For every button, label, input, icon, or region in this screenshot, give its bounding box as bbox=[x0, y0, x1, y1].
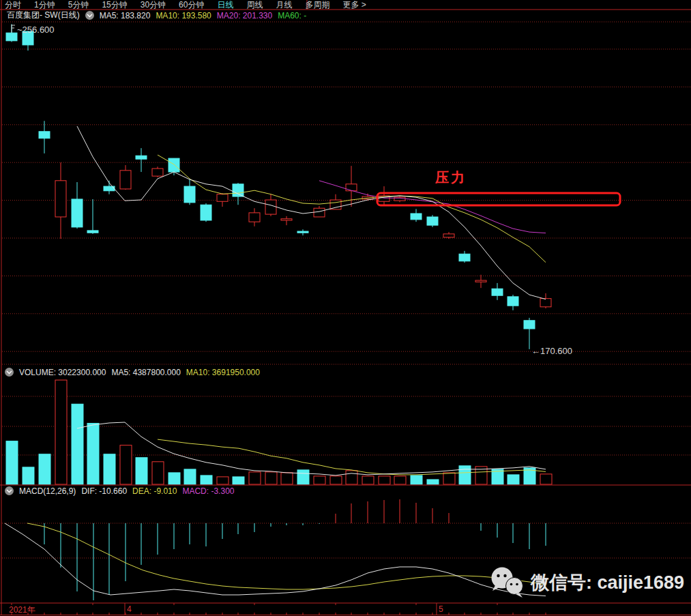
candle-17 bbox=[281, 216, 292, 225]
volume-bar-12 bbox=[201, 475, 212, 484]
watermark-text: 微信号: caijie1689 bbox=[531, 570, 684, 595]
pressure-annotation-rect bbox=[377, 193, 620, 205]
candle-32 bbox=[524, 318, 535, 349]
volume-bar-21 bbox=[346, 471, 357, 484]
menu-item-8[interactable]: 月线 bbox=[276, 0, 292, 11]
wechat-icon bbox=[488, 566, 527, 600]
timeframe-menubar: 分时1分钟5分钟15分钟30分钟60分钟日线周线月线多周期更多 > bbox=[5, 0, 366, 10]
volume-bar-33 bbox=[540, 474, 552, 484]
volume-bar-1 bbox=[23, 467, 34, 484]
volume-bar-26 bbox=[427, 480, 439, 484]
volume-bar-14 bbox=[233, 477, 244, 484]
chart-canvas[interactable] bbox=[0, 0, 691, 616]
collapse-chevron-icon[interactable] bbox=[85, 11, 94, 20]
volume-bar-20 bbox=[330, 476, 342, 484]
candle-28 bbox=[459, 251, 470, 263]
collapse-chevron-icon[interactable] bbox=[5, 486, 14, 495]
low-price-label: ←170.600 bbox=[531, 346, 572, 356]
menu-item-5[interactable]: 60分钟 bbox=[179, 0, 204, 11]
candle-7 bbox=[120, 165, 131, 190]
volume-bar-19 bbox=[314, 476, 325, 484]
candle-8 bbox=[136, 148, 147, 172]
candle-26 bbox=[427, 215, 438, 227]
volume-bar-17 bbox=[281, 473, 293, 484]
ma5-value: MA5: 183.820 bbox=[100, 11, 151, 20]
volume-bar-7 bbox=[120, 445, 132, 484]
candle-10 bbox=[168, 158, 179, 175]
menu-item-10[interactable]: 更多 > bbox=[342, 0, 366, 11]
menu-item-4[interactable]: 30分钟 bbox=[141, 0, 166, 11]
collapse-chevron-icon[interactable] bbox=[5, 368, 14, 377]
volume-bar-28 bbox=[459, 466, 471, 484]
candle-15 bbox=[249, 208, 260, 226]
volume-bar-25 bbox=[411, 475, 422, 484]
ma5-line bbox=[77, 126, 546, 299]
menu-item-6[interactable]: 日线 bbox=[217, 0, 233, 11]
volume-ma10-value: MA10: 3691950.000 bbox=[186, 368, 260, 377]
dif-value: DIF: -10.660 bbox=[81, 486, 127, 496]
volume-bar-24 bbox=[394, 476, 406, 484]
menu-item-9[interactable]: 多周期 bbox=[305, 0, 329, 11]
ma60-value: MA60: - bbox=[278, 11, 306, 20]
x-axis-label-2: 5 bbox=[439, 604, 443, 614]
watermark: 微信号: caijie1689 bbox=[488, 566, 684, 600]
x-axis-label-1: 4 bbox=[127, 604, 132, 614]
volume-bar-18 bbox=[297, 470, 309, 484]
stock-chart-window: 分时1分钟5分钟15分钟30分钟60分钟日线周线月线多周期更多 > 百度集团- … bbox=[0, 0, 691, 616]
volume-ma10-line bbox=[158, 439, 546, 475]
volume-bar-10 bbox=[168, 473, 180, 484]
high-flag-icon bbox=[12, 25, 15, 33]
volume-bar-6 bbox=[104, 454, 115, 484]
volume-bar-31 bbox=[508, 475, 519, 484]
candle-5 bbox=[87, 199, 98, 234]
volume-bar-8 bbox=[136, 458, 147, 484]
candle-9 bbox=[152, 166, 163, 177]
candle-24 bbox=[394, 196, 405, 202]
x-axis-label-0: 2021年 bbox=[9, 604, 35, 616]
candle-4 bbox=[72, 182, 83, 229]
volume-bar-4 bbox=[72, 404, 83, 484]
volume-indicator-row: VOLUME: 3022300.000 MA5: 4387800.000 MA1… bbox=[5, 367, 260, 377]
macd-indicator-row: MACD(12,26,9) DIF: -10.660 DEA: -9.010 M… bbox=[5, 486, 234, 496]
candle-3 bbox=[55, 162, 66, 239]
candle-2 bbox=[39, 121, 50, 153]
volume-bar-9 bbox=[152, 462, 164, 484]
menu-item-3[interactable]: 15分钟 bbox=[102, 0, 127, 11]
candle-12 bbox=[201, 203, 211, 222]
candle-33 bbox=[540, 293, 551, 308]
volume-bar-15 bbox=[249, 472, 261, 484]
volume-bar-13 bbox=[217, 477, 229, 484]
volume-bar-27 bbox=[443, 473, 455, 484]
candle-31 bbox=[508, 295, 518, 310]
pressure-annotation-label: 压力 bbox=[435, 168, 467, 187]
candle-13 bbox=[217, 193, 228, 207]
candle-18 bbox=[297, 229, 308, 235]
dif-line bbox=[5, 523, 546, 596]
symbol-title: 百度集团- SW(日线) bbox=[7, 10, 80, 21]
volume-bar-5 bbox=[87, 423, 99, 484]
macd-value: MACD: -3.300 bbox=[182, 486, 234, 496]
volume-bar-23 bbox=[379, 476, 390, 484]
macd-name: MACD(12,26,9) bbox=[19, 486, 76, 496]
volume-bar-22 bbox=[362, 476, 374, 484]
candle-11 bbox=[184, 179, 195, 205]
volume-bar-11 bbox=[184, 469, 196, 484]
volume-value: VOLUME: 3022300.000 bbox=[19, 368, 106, 377]
candle-23 bbox=[379, 186, 389, 205]
menu-item-7[interactable]: 周线 bbox=[246, 0, 263, 11]
volume-ma5-value: MA5: 4387800.000 bbox=[111, 368, 180, 377]
ma10-value: MA10: 193.580 bbox=[156, 11, 211, 20]
dea-value: DEA: -9.010 bbox=[132, 486, 177, 496]
volume-bar-16 bbox=[265, 472, 277, 484]
candle-25 bbox=[411, 209, 422, 222]
candle-30 bbox=[492, 283, 503, 300]
ma20-value: MA20: 201.330 bbox=[217, 11, 272, 20]
volume-bar-2 bbox=[39, 454, 50, 484]
chart-title-row: 百度集团- SW(日线) MA5: 183.820 MA10: 193.580 … bbox=[7, 10, 306, 20]
candle-29 bbox=[475, 275, 486, 288]
volume-bar-3 bbox=[55, 380, 67, 484]
volume-bar-0 bbox=[6, 441, 18, 484]
high-price-label: ~256.600 bbox=[17, 25, 55, 35]
